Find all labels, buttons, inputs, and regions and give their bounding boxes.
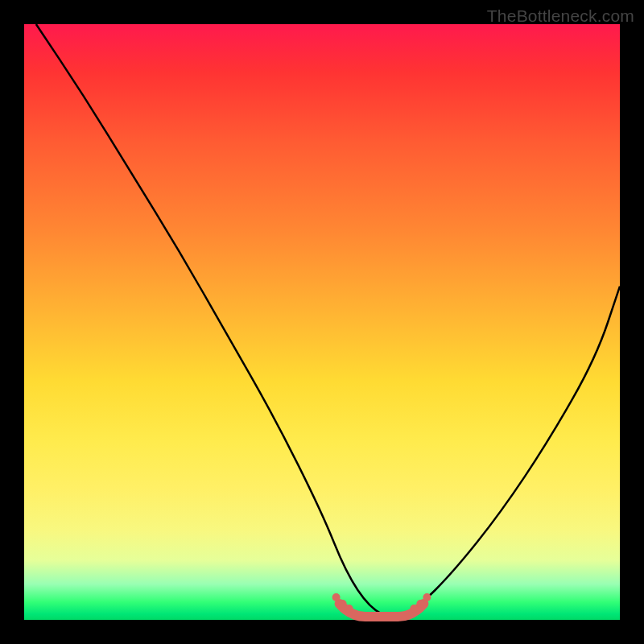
flat-region-dot: [339, 600, 347, 608]
bottleneck-curve-svg: [24, 24, 620, 620]
chart-container: TheBottleneck.com: [0, 0, 644, 644]
flat-region-dot: [332, 593, 341, 601]
flat-region-dots: [332, 593, 431, 613]
flat-region-dot: [416, 600, 424, 608]
watermark-text: TheBottleneck.com: [487, 6, 634, 26]
gradient-plot-area: [24, 24, 620, 620]
flat-region-dot: [345, 605, 353, 613]
flat-region-dot: [410, 605, 418, 613]
flat-region-dot: [423, 593, 431, 601]
bottleneck-curve-path: [36, 24, 620, 617]
